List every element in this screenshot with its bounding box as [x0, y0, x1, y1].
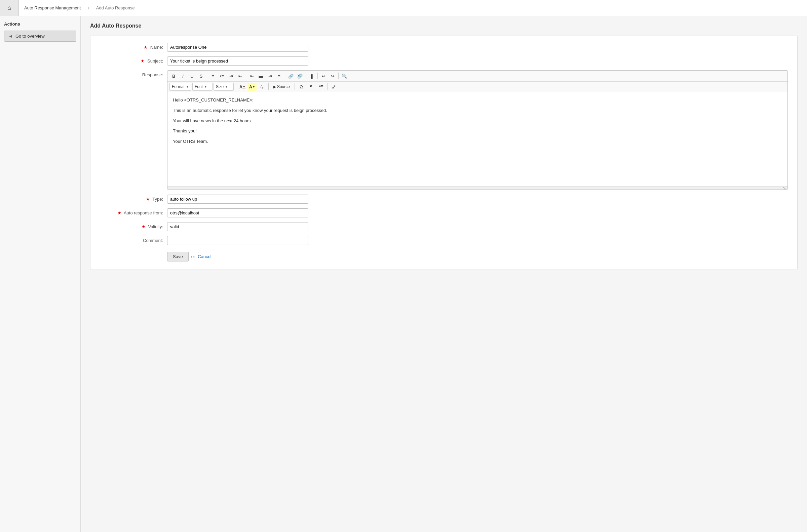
toolbar-sep-5 [317, 73, 318, 79]
align-justify-icon: ≡ [278, 74, 280, 79]
italic-button[interactable]: I [179, 72, 187, 80]
response-label: Response: [100, 70, 167, 77]
back-arrow-icon: ◄ [8, 34, 13, 39]
editor-line-5: Your OTRS Team. [173, 138, 782, 145]
undo-icon: ↩ [322, 74, 325, 79]
required-marker: ★ [140, 58, 145, 63]
format-dropdown-arrow: ▼ [186, 85, 189, 89]
omega-button[interactable]: Ω [297, 83, 306, 91]
auto-response-from-input[interactable] [167, 208, 308, 217]
outdent-button[interactable]: ⇤ [236, 72, 244, 80]
cancel-link[interactable]: Cancel [198, 254, 211, 259]
link-button[interactable]: 🔗 [286, 72, 295, 80]
editor-resize-handle[interactable]: ⤡ [167, 186, 788, 190]
italic-icon: I [182, 74, 184, 79]
required-marker: ★ [117, 210, 121, 215]
clear-format-icon: Ix [260, 84, 263, 90]
indent-icon: ⇥ [229, 74, 233, 79]
bold-icon: B [172, 74, 175, 79]
strikethrough-button[interactable]: S [197, 72, 205, 80]
double-quote-icon: ❝❞ [318, 84, 323, 89]
main-layout: Actions ◄ Go to overview Add Auto Respon… [0, 16, 807, 532]
required-marker: ★ [142, 224, 146, 229]
align-left-icon: ⇤ [250, 74, 254, 79]
font-dropdown-arrow: ▼ [204, 85, 207, 89]
comment-input[interactable] [167, 236, 308, 245]
bg-color-icon: A [249, 84, 252, 89]
editor-body[interactable]: Hello <OTRS_CUSTOMER_RELNAME>: This is a… [167, 92, 788, 186]
source-label: Source [277, 84, 290, 89]
link-icon: 🔗 [288, 74, 294, 79]
font-dropdown[interactable]: Font ▼ [192, 83, 212, 91]
validity-input[interactable] [167, 222, 308, 231]
align-left-button[interactable]: ⇤ [247, 72, 256, 80]
toolbar-sep-1 [207, 73, 207, 79]
quote-icon: ❛❜ [310, 84, 312, 89]
auto-response-from-row: ★ Auto response from: [100, 208, 788, 217]
clear-format-button[interactable]: Ix [258, 83, 266, 91]
bold-button[interactable]: B [169, 72, 178, 80]
subject-label: ★ Subject: [100, 58, 167, 63]
redo-icon: ↪ [331, 74, 335, 79]
form-section: ★ Name: ★ Subject: Response: [90, 36, 797, 270]
unordered-list-button[interactable]: •≡ [218, 72, 226, 80]
type-label: ★ Type: [100, 196, 167, 202]
go-to-overview-button[interactable]: ◄ Go to overview [4, 31, 76, 42]
indent-button[interactable]: ⇥ [227, 72, 236, 80]
toolbar-sep-7 [236, 83, 236, 90]
underline-button[interactable]: U [188, 72, 196, 80]
subject-input[interactable] [167, 56, 308, 65]
undo-button[interactable]: ↩ [319, 72, 328, 80]
align-center-button[interactable]: ▬ [257, 72, 265, 80]
name-input[interactable] [167, 43, 308, 52]
toolbar-sep-10 [327, 83, 327, 90]
unlink-icon: 🔗✕ [297, 74, 303, 79]
align-center-icon: ▬ [259, 74, 263, 79]
editor-line-2: This is an automatic response for let yo… [173, 107, 782, 114]
editor-toolbar-row2: Format ▼ Font ▼ Size ▼ [167, 82, 788, 92]
source-button[interactable]: ▶ Source [271, 83, 293, 91]
bg-color-button[interactable]: A▼ [248, 83, 257, 91]
comment-label: Comment: [100, 238, 167, 243]
find-button[interactable]: 🔍 [340, 72, 349, 80]
or-label: or [191, 254, 195, 259]
home-button[interactable]: ⌂ [0, 0, 19, 16]
name-label: ★ Name: [100, 45, 167, 50]
text-color-button[interactable]: A▼ [238, 83, 247, 91]
home-icon: ⌂ [7, 4, 11, 12]
quote-button[interactable]: ❛❜ [307, 83, 315, 91]
required-marker: ★ [146, 196, 150, 202]
double-quote-button[interactable]: ❝❞ [316, 83, 325, 91]
align-right-icon: ⇥ [268, 74, 272, 79]
redo-button[interactable]: ↪ [328, 72, 337, 80]
breadcrumb-item-1[interactable]: Auto Response Management [19, 0, 86, 16]
unlink-button[interactable]: 🔗✕ [296, 72, 304, 80]
toolbar-sep-6 [338, 73, 339, 79]
size-dropdown[interactable]: Size ▼ [213, 83, 234, 91]
resize-icon: ⤡ [783, 186, 786, 191]
fullscreen-button[interactable]: ⤢ [330, 83, 338, 91]
type-input[interactable] [167, 195, 308, 204]
name-row: ★ Name: [100, 43, 788, 52]
underline-icon: U [190, 74, 193, 79]
outdent-icon: ⇤ [239, 74, 242, 79]
toolbar-sep-9 [295, 83, 295, 90]
size-dropdown-arrow: ▼ [225, 85, 228, 89]
align-justify-button[interactable]: ≡ [275, 72, 283, 80]
content-area: Add Auto Response ★ Name: ★ Subject: [81, 16, 807, 532]
save-button[interactable]: Save [167, 252, 189, 262]
strikethrough-icon: S [200, 74, 203, 79]
font-label: Font [195, 84, 203, 89]
editor-toolbar-row1: B I U S ≡ [167, 71, 788, 82]
type-row: ★ Type: [100, 195, 788, 204]
sidebar: Actions ◄ Go to overview [0, 16, 81, 532]
align-right-button[interactable]: ⇥ [266, 72, 275, 80]
format-dropdown[interactable]: Format ▼ [169, 83, 191, 91]
breadcrumb-item-2: Add Auto Response [91, 5, 140, 11]
text-color-icon: A [239, 84, 242, 89]
blockquote-button[interactable]: ❚ [307, 72, 316, 80]
ordered-list-button[interactable]: ≡ [208, 72, 217, 80]
go-to-overview-label: Go to overview [16, 34, 45, 39]
validity-row: ★ Validity: [100, 222, 788, 231]
toolbar-sep-4 [306, 73, 306, 79]
